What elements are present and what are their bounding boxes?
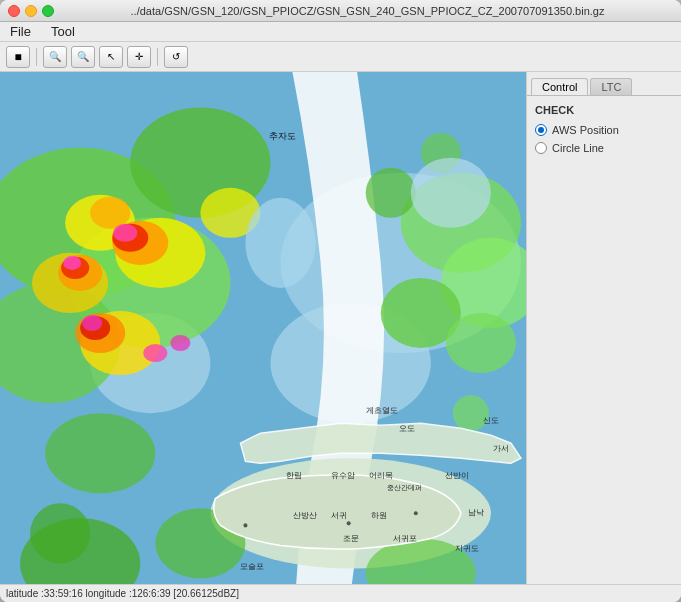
label-yusuam: 유수암 [331,471,355,480]
svg-point-16 [446,313,516,373]
map-area[interactable]: 추자도 제주도 게초열도 오도 신도 한림 유수암 어리목 중산간데퍼 선반이 … [0,72,526,584]
label-eorimok: 어리목 [369,471,393,480]
svg-point-30 [82,315,102,331]
check-label: CHECK [535,104,673,116]
svg-point-33 [143,344,167,362]
svg-point-34 [366,168,416,218]
menu-file[interactable]: File [6,24,35,39]
select-button[interactable]: ↖ [99,46,123,68]
svg-point-37 [453,395,489,431]
label-sindo: 신도 [483,416,499,425]
svg-point-36 [30,503,90,563]
label-geochoyeoldo: 게초열도 [366,406,398,415]
separator-1 [36,48,37,66]
label-seogwi: 서귀 [331,511,347,520]
traffic-lights [8,5,54,17]
radio-group: AWS Position Circle Line [535,124,673,154]
tab-control[interactable]: Control [531,78,588,95]
label-hawon: 하원 [371,511,387,520]
radio-aws-label: AWS Position [552,124,619,136]
radio-circle-item[interactable]: Circle Line [535,142,673,154]
title-bar: ../data/GSN/GSN_120/GSN_PPIOCZ/GSN_GSN_2… [0,0,681,22]
marker-seogwi [347,521,351,525]
label-gasa: 가서 [493,444,509,453]
maximize-button[interactable] [42,5,54,17]
label-jomun: 조문 [343,534,359,543]
tab-ltc[interactable]: LTC [590,78,632,95]
close-button[interactable] [8,5,20,17]
menu-bar: File Tool [0,22,681,42]
svg-point-38 [245,198,315,288]
refresh-icon: ↺ [172,51,180,62]
select-icon: ↖ [107,51,115,62]
open-button[interactable]: ■ [6,46,30,68]
marker-seogwipo [414,511,418,515]
crosshair-button[interactable]: ✛ [127,46,151,68]
open-icon: ■ [14,50,21,64]
svg-point-39 [411,158,491,228]
zoom-out-icon: 🔍 [77,51,89,62]
svg-point-32 [170,335,190,351]
marker-sanbangsan [243,523,247,527]
toolbar: ■ 🔍 🔍 ↖ ✛ ↺ [0,42,681,72]
radar-display: 추자도 제주도 게초열도 오도 신도 한림 유수암 어리목 중산간데퍼 선반이 … [0,72,526,584]
separator-2 [157,48,158,66]
label-moseulpo: 모슬포 [240,562,264,571]
main-window: ../data/GSN/GSN_120/GSN_PPIOCZ/GSN_GSN_2… [0,0,681,602]
radio-circle-circle[interactable] [535,142,547,154]
panel-content: CHECK AWS Position Circle Line [527,96,681,584]
right-panel: Control LTC CHECK AWS Position Circle Li… [526,72,681,584]
crosshair-icon: ✛ [135,51,143,62]
label-chuja: 추자도 [269,131,296,141]
zoom-out-button[interactable]: 🔍 [71,46,95,68]
label-seogwipo: 서귀포 [393,534,417,543]
label-hanrim: 한림 [286,471,302,480]
main-content: 추자도 제주도 게초열도 오도 신도 한림 유수암 어리목 중산간데퍼 선반이 … [0,72,681,584]
minimize-button[interactable] [25,5,37,17]
svg-point-12 [45,413,155,493]
menu-tool[interactable]: Tool [47,24,79,39]
label-namnakdo: 남낙 [468,508,484,517]
label-odo: 오도 [399,424,415,433]
zoom-in-icon: 🔍 [49,51,61,62]
refresh-button[interactable]: ↺ [164,46,188,68]
window-title: ../data/GSN/GSN_120/GSN_PPIOCZ/GSN_GSN_2… [62,5,673,17]
svg-point-29 [113,224,137,242]
radio-aws-circle[interactable] [535,124,547,136]
label-seonbani: 선반이 [445,471,469,480]
radio-aws-item[interactable]: AWS Position [535,124,673,136]
radio-circle-label: Circle Line [552,142,604,154]
label-sanbangsan: 산방산 [293,511,317,520]
label-jiguido: 지귀도 [455,544,479,553]
panel-tabs: Control LTC [527,72,681,96]
status-bar: latitude :33:59:16 longitude :126:6:39 [… [0,584,681,602]
zoom-in-button[interactable]: 🔍 [43,46,67,68]
status-text: latitude :33:59:16 longitude :126:6:39 [… [6,588,239,599]
svg-point-31 [63,256,81,270]
label-jungsangan: 중산간데퍼 [387,484,422,491]
